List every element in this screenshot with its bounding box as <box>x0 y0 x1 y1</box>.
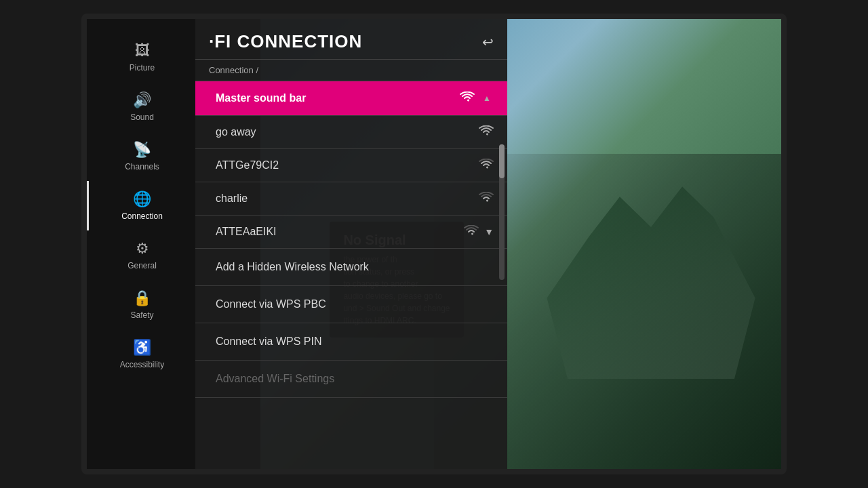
action-connect-wps-pin[interactable]: Connect via WPS PIN <box>195 323 507 361</box>
back-button[interactable]: ↩ <box>482 34 494 50</box>
action-label-advanced-wifi: Advanced Wi-Fi Settings <box>216 373 334 384</box>
dropdown-arrow-atteaaeiki[interactable]: ▼ <box>484 226 494 237</box>
sidebar-item-channels[interactable]: 📡 Channels <box>87 131 195 181</box>
sidebar-item-accessibility[interactable]: ♿ Accessibility <box>87 329 195 379</box>
scroll-up-arrow[interactable]: ▲ <box>480 91 494 106</box>
sidebar-label-picture: Picture <box>130 63 155 73</box>
action-label-connect-wps-pin: Connect via WPS PIN <box>216 336 322 347</box>
scrollbar[interactable] <box>499 144 505 280</box>
panel-header: ·FI CONNECTION ↩ <box>195 19 507 60</box>
wifi-icon-master <box>460 92 475 105</box>
wifi-icon-go-away <box>479 125 494 139</box>
action-label-add-hidden: Add a Hidden Wireless Network <box>216 261 369 272</box>
action-add-hidden[interactable]: Add a Hidden Wireless Network <box>195 249 507 286</box>
sidebar-label-sound: Sound <box>130 113 154 122</box>
network-item-master-sound-bar[interactable]: Master sound bar ▲ <box>195 81 507 116</box>
network-item-go-away[interactable]: go away <box>195 116 507 149</box>
action-label-connect-wps-pbc: Connect via WPS PBC <box>216 298 326 310</box>
panel-title: ·FI CONNECTION <box>209 31 362 52</box>
sidebar-item-sound[interactable]: 🔊 Sound <box>87 82 195 131</box>
wifi-icon-charlie <box>479 192 494 205</box>
wifi-icon-atteaaeiki <box>464 225 479 239</box>
sidebar-item-connection[interactable]: 🌐 Connection <box>87 181 195 230</box>
sidebar-label-connection: Connection <box>121 211 163 221</box>
network-name-master-sound-bar: Master sound bar <box>216 92 306 104</box>
breadcrumb: Connection / <box>195 60 507 81</box>
network-item-right-master: ▲ <box>460 91 494 106</box>
safety-icon: 🔒 <box>133 289 151 307</box>
network-name-charlie: charlie <box>216 192 248 205</box>
scrollbar-thumb <box>499 144 505 178</box>
network-name-attge79ci2: ATTGe79CI2 <box>216 159 279 171</box>
network-item-charlie[interactable]: charlie <box>195 182 507 216</box>
sidebar-item-picture[interactable]: 🖼 Picture <box>87 33 195 82</box>
network-list: Master sound bar ▲ <box>195 81 507 249</box>
sidebar-item-safety[interactable]: 🔒 Safety <box>87 280 195 329</box>
network-name-go-away: go away <box>216 126 256 138</box>
network-name-atteaaeiki: ATTEAaEIKI <box>216 226 277 238</box>
sidebar-item-general[interactable]: ⚙ General <box>87 230 195 280</box>
sidebar: 🖼 Picture 🔊 Sound 📡 Channels 🌐 Connectio… <box>87 19 195 469</box>
action-advanced-wifi: Advanced Wi-Fi Settings <box>195 361 507 398</box>
accessibility-icon: ♿ <box>133 339 151 357</box>
channels-icon: 📡 <box>133 141 151 159</box>
network-item-right-atteaaeiki: ▼ <box>464 225 494 239</box>
sidebar-label-channels: Channels <box>125 162 159 171</box>
network-item-atteaaeiki[interactable]: ATTEAaEIKI ▼ <box>195 216 507 249</box>
connection-icon: 🌐 <box>133 190 151 208</box>
general-icon: ⚙ <box>136 240 149 258</box>
sidebar-label-safety: Safety <box>130 310 153 320</box>
wifi-icon-attge79ci2 <box>479 159 494 172</box>
main-panel: ·FI CONNECTION ↩ Connection / Master sou… <box>195 19 507 469</box>
picture-icon: 🖼 <box>135 42 150 60</box>
sidebar-label-general: General <box>127 261 157 270</box>
sidebar-label-accessibility: Accessibility <box>120 360 164 369</box>
tv-screen: No Signal the power of th tion status, o… <box>81 14 787 474</box>
network-item-attge79ci2[interactable]: ATTGe79CI2 <box>195 149 507 182</box>
action-connect-wps-pbc[interactable]: Connect via WPS PBC <box>195 286 507 323</box>
sound-icon: 🔊 <box>133 92 151 109</box>
